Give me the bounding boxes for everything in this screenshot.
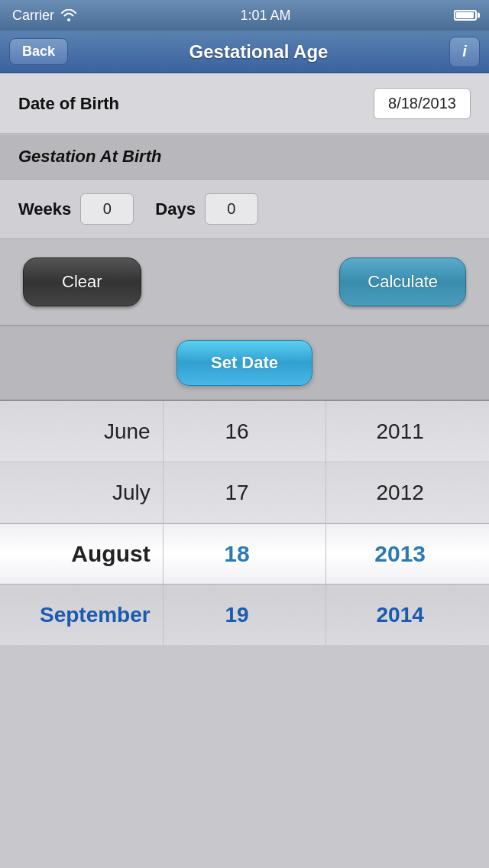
days-input[interactable]: 0: [205, 193, 258, 225]
picker-columns: June July August September 16 17: [0, 401, 489, 646]
info-button[interactable]: i: [449, 37, 480, 67]
page-title: Gestational Age: [189, 41, 329, 63]
status-bar: Carrier 1:01 AM: [0, 0, 489, 31]
year-row-3[interactable]: 2014: [326, 585, 489, 646]
weeks-group: Weeks 0: [18, 193, 134, 225]
year-row-0[interactable]: 2011: [326, 401, 489, 462]
battery-icon: [454, 10, 477, 21]
wifi-icon: [60, 9, 77, 21]
year-row-2-selected[interactable]: 2013: [326, 523, 489, 585]
month-row-1[interactable]: July: [0, 462, 163, 523]
dob-value[interactable]: 8/18/2013: [374, 88, 471, 119]
month-row-2-selected[interactable]: August: [0, 523, 163, 585]
main-content: Date of Birth 8/18/2013 Gestation At Bir…: [0, 73, 489, 646]
set-date-section: Set Date: [0, 326, 489, 401]
weeks-label: Weeks: [18, 199, 71, 219]
gestation-header: Gestation At Birth: [0, 134, 489, 180]
weeks-input[interactable]: 0: [80, 193, 134, 225]
month-column[interactable]: June July August September: [0, 401, 164, 646]
weeks-days-row: Weeks 0 Days 0: [0, 180, 489, 239]
carrier-label: Carrier: [12, 8, 54, 24]
dob-label: Date of Birth: [18, 94, 119, 114]
month-row-3[interactable]: September: [0, 585, 163, 646]
dob-row: Date of Birth 8/18/2013: [0, 73, 489, 134]
year-column[interactable]: 2011 2012 2013 2014: [326, 401, 489, 646]
day-row-1[interactable]: 17: [164, 462, 326, 523]
days-group: Days 0: [155, 193, 258, 225]
day-row-2-selected[interactable]: 18: [164, 523, 326, 585]
month-row-0[interactable]: June: [0, 401, 163, 462]
date-picker[interactable]: June July August September 16 17: [0, 401, 489, 646]
nav-bar: Back Gestational Age i: [0, 31, 489, 73]
day-row-3[interactable]: 19: [164, 585, 326, 646]
set-date-button[interactable]: Set Date: [176, 340, 313, 386]
gestation-at-birth-label: Gestation At Birth: [18, 147, 161, 166]
days-label: Days: [155, 199, 196, 219]
clear-button[interactable]: Clear: [23, 257, 141, 306]
day-column[interactable]: 16 17 18 19: [164, 401, 327, 646]
calculate-button[interactable]: Calculate: [339, 257, 466, 306]
status-time: 1:01 AM: [240, 8, 290, 24]
day-row-0[interactable]: 16: [164, 401, 326, 462]
back-button[interactable]: Back: [9, 38, 68, 65]
year-row-1[interactable]: 2012: [326, 462, 489, 523]
buttons-row: Clear Calculate: [0, 239, 489, 326]
